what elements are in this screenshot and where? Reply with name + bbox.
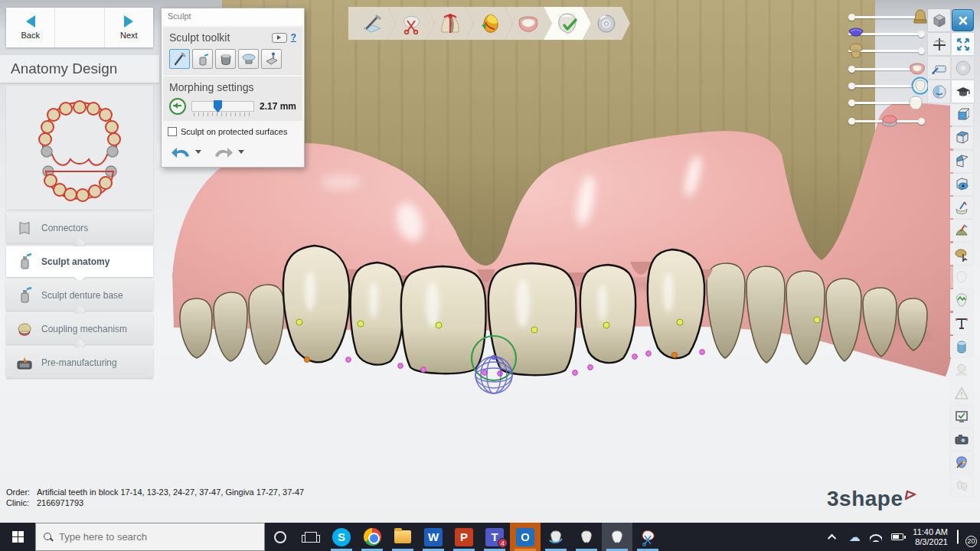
tooth-magic-button[interactable] <box>950 452 973 473</box>
close-button[interactable] <box>952 9 974 31</box>
patient-face-button[interactable] <box>950 359 973 380</box>
compare-teeth-button[interactable] <box>950 475 973 497</box>
task-view-button[interactable] <box>296 523 326 551</box>
protected-surfaces-checkbox[interactable] <box>168 127 177 136</box>
jaw-pair-icon[interactable] <box>847 41 865 60</box>
sidebar-item-label: Pre-manufacturing <box>41 357 117 368</box>
anatomy-design-app: Back Next Anatomy Design <box>0 0 980 551</box>
blue-scan-icon[interactable] <box>847 24 865 43</box>
screenshot-note-button[interactable] <box>928 57 950 79</box>
order-label: Order: <box>6 487 37 497</box>
sidebar-item-sculpt-denture-base[interactable]: Sculpt denture base <box>6 280 153 311</box>
tooth-scissors-icon <box>639 528 657 546</box>
page-title: Anatomy Design <box>0 55 159 83</box>
section-eye-button[interactable] <box>950 174 973 195</box>
slider-abutment-visibility[interactable] <box>848 8 933 25</box>
view-front-button[interactable] <box>950 104 973 126</box>
preview-monitor-button[interactable] <box>950 406 973 427</box>
morph-radius-slider[interactable] <box>191 101 254 112</box>
taskbar-app-word[interactable]: W <box>418 523 449 551</box>
morph-plane-tool-button[interactable] <box>261 49 282 69</box>
slider-teeth-visibility[interactable] <box>848 94 933 111</box>
taskbar-app-powerpoint[interactable]: P <box>449 523 479 551</box>
sidebar-item-pre-manufacturing[interactable]: Pre-manufacturing <box>6 347 153 378</box>
battery-icon[interactable] <box>891 531 903 543</box>
cortana-button[interactable] <box>265 523 296 551</box>
taskbar-app-skype[interactable]: S <box>326 523 357 551</box>
remove-material-tool-button[interactable] <box>215 49 236 69</box>
sculpt-bowl-pen-button[interactable] <box>950 197 973 218</box>
redo-history-dropdown[interactable] <box>238 150 244 157</box>
taskbar-clock[interactable]: 11:40 AM 8/3/2021 <box>913 527 948 547</box>
start-button[interactable] <box>0 523 35 551</box>
slider-jaw-scan-visibility[interactable] <box>848 42 933 59</box>
annotate-text-button[interactable] <box>950 313 973 334</box>
back-button[interactable]: Back <box>6 8 55 47</box>
taskbar-app-dental-1[interactable] <box>541 523 571 551</box>
search-input[interactable] <box>59 531 243 543</box>
taskbar-search[interactable] <box>35 523 265 551</box>
protected-surfaces-row: Sculpt on protected surfaces <box>162 121 304 141</box>
smile-window-button[interactable] <box>928 80 950 103</box>
sidebar-item-sculpt-anatomy[interactable]: Sculpt anatomy <box>6 246 153 277</box>
pick-surface-icon <box>954 246 969 262</box>
sidebar-item-coupling-mechanism[interactable]: Coupling mechanism <box>6 314 153 344</box>
sidebar-item-connectors[interactable]: Connectors <box>6 213 153 243</box>
snapshot-camera-button[interactable] <box>950 429 973 450</box>
wifi-icon[interactable] <box>870 531 882 543</box>
articulator-cross-button[interactable] <box>928 33 950 55</box>
next-arrow-icon <box>124 15 133 28</box>
taskbar-app-file-explorer[interactable] <box>387 523 418 551</box>
denture-arch-icon <box>517 13 540 34</box>
slider-handle[interactable] <box>214 100 222 112</box>
gingiva-arch-icon[interactable] <box>908 60 926 78</box>
tooth-ring-icon[interactable] <box>911 77 929 95</box>
smooth-tool-button[interactable] <box>238 49 259 69</box>
slider-material-disc-visibility[interactable] <box>848 112 933 129</box>
tooth-icon <box>608 528 626 546</box>
notification-button[interactable]: 20 <box>957 530 972 544</box>
view-corner-button[interactable] <box>950 151 973 172</box>
view-top-button[interactable] <box>950 127 973 148</box>
taskbar-app-dental-3-active[interactable] <box>602 523 632 551</box>
taskbar-app-teams[interactable]: T 4 <box>479 523 510 551</box>
zoom-fit-button[interactable] <box>952 33 974 55</box>
taskbar-app-chrome[interactable] <box>357 523 387 551</box>
taskbar-app-dental-2[interactable] <box>571 523 602 551</box>
chevron-up-icon[interactable] <box>827 531 839 543</box>
taskbar-app-outlook[interactable]: O <box>510 523 541 551</box>
slider-selected-tooth-visibility[interactable] <box>848 77 933 94</box>
manufacturing-machine-icon <box>15 354 34 372</box>
onedrive-cloud-icon[interactable]: ☁ <box>848 531 861 543</box>
export-cd-button[interactable] <box>952 57 974 79</box>
cortana-icon <box>274 531 286 543</box>
learning-cap-button[interactable] <box>952 80 974 103</box>
redo-icon[interactable] <box>214 144 234 159</box>
texture-roller-button[interactable] <box>950 336 973 357</box>
slider-scan-visibility[interactable] <box>848 25 933 42</box>
back-label: Back <box>21 31 39 40</box>
video-help-icon[interactable] <box>272 33 287 43</box>
pink-disc-icon[interactable] <box>880 112 899 130</box>
warning-button[interactable] <box>950 383 973 404</box>
undo-icon[interactable] <box>171 144 191 159</box>
compare-teeth-icon <box>954 478 969 494</box>
reset-radius-icon[interactable] <box>169 98 186 115</box>
next-button[interactable]: Next <box>105 8 153 47</box>
pick-surface-button[interactable] <box>950 243 973 265</box>
abutment-icon[interactable] <box>911 8 929 26</box>
undo-history-dropdown[interactable] <box>195 150 201 157</box>
taskbar-app-dental-scissors[interactable] <box>632 523 663 551</box>
white-teeth-icon[interactable] <box>906 93 925 112</box>
tooth-ghost-button[interactable] <box>950 266 973 288</box>
wax-knife-tool-button[interactable] <box>169 49 190 69</box>
view-cube-button[interactable] <box>928 9 950 31</box>
help-link[interactable]: ? <box>291 32 296 43</box>
sculpt-mound-pen-button[interactable] <box>950 220 973 241</box>
slider-gingiva-visibility[interactable] <box>848 60 933 77</box>
workflow-step-order[interactable] <box>348 7 396 40</box>
tooth-terrain-button[interactable] <box>950 289 973 311</box>
add-material-tool-button[interactable] <box>192 49 213 69</box>
sculpt-panel-title[interactable]: Sculpt <box>162 8 304 25</box>
arch-overview-thumbnail[interactable] <box>6 86 153 210</box>
